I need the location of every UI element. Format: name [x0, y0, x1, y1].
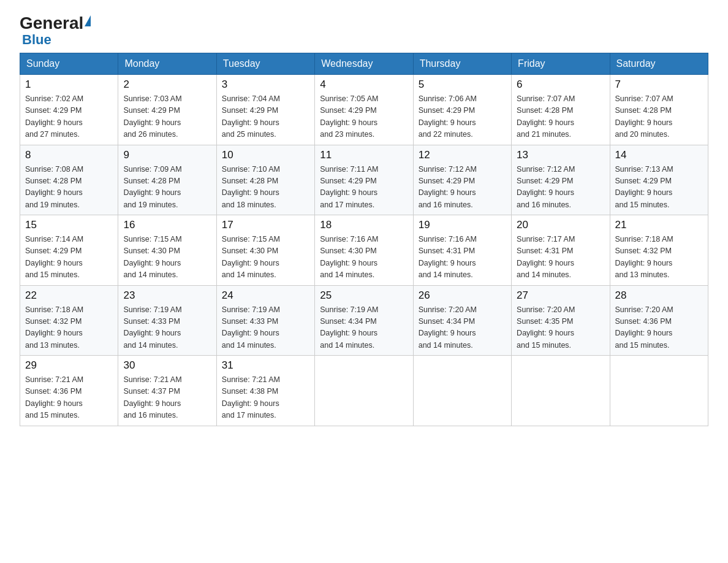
day-info: Sunrise: 7:10 AMSunset: 4:28 PMDaylight:… — [222, 164, 309, 212]
day-number: 11 — [320, 149, 408, 161]
day-info: Sunrise: 7:15 AMSunset: 4:30 PMDaylight:… — [123, 234, 211, 282]
day-info: Sunrise: 7:20 AMSunset: 4:34 PMDaylight:… — [419, 304, 506, 352]
calendar-day-cell: 14Sunrise: 7:13 AMSunset: 4:29 PMDayligh… — [610, 145, 708, 215]
day-number: 18 — [320, 219, 408, 231]
day-info: Sunrise: 7:20 AMSunset: 4:36 PMDaylight:… — [615, 304, 703, 352]
calendar-day-cell: 5Sunrise: 7:06 AMSunset: 4:29 PMDaylight… — [413, 75, 511, 145]
day-number: 7 — [615, 79, 703, 91]
day-info: Sunrise: 7:08 AMSunset: 4:28 PMDaylight:… — [25, 164, 113, 212]
day-info: Sunrise: 7:07 AMSunset: 4:28 PMDaylight:… — [517, 93, 604, 141]
day-info: Sunrise: 7:06 AMSunset: 4:29 PMDaylight:… — [419, 93, 506, 141]
day-number: 13 — [517, 149, 604, 161]
day-info: Sunrise: 7:19 AMSunset: 4:34 PMDaylight:… — [320, 304, 408, 352]
day-number: 26 — [419, 289, 506, 302]
day-number: 6 — [517, 79, 604, 91]
day-number: 29 — [25, 359, 113, 372]
day-number: 14 — [615, 149, 703, 161]
weekday-header-wednesday: Wednesday — [315, 53, 413, 75]
day-number: 1 — [25, 79, 113, 91]
day-number: 27 — [517, 289, 604, 302]
day-number: 20 — [517, 219, 604, 231]
calendar-day-cell: 25Sunrise: 7:19 AMSunset: 4:34 PMDayligh… — [315, 285, 413, 356]
day-info: Sunrise: 7:14 AMSunset: 4:29 PMDaylight:… — [25, 234, 113, 282]
logo-name: General — [20, 15, 91, 32]
calendar-day-cell: 29Sunrise: 7:21 AMSunset: 4:36 PMDayligh… — [20, 356, 118, 426]
day-number: 24 — [222, 289, 309, 302]
day-info: Sunrise: 7:20 AMSunset: 4:35 PMDaylight:… — [517, 304, 604, 352]
day-number: 5 — [419, 79, 506, 91]
calendar-week-row: 22Sunrise: 7:18 AMSunset: 4:32 PMDayligh… — [20, 285, 708, 356]
day-info: Sunrise: 7:04 AMSunset: 4:29 PMDaylight:… — [222, 93, 309, 141]
calendar-table: SundayMondayTuesdayWednesdayThursdayFrid… — [20, 53, 708, 426]
calendar-day-cell: 13Sunrise: 7:12 AMSunset: 4:29 PMDayligh… — [512, 145, 610, 215]
day-number: 19 — [419, 219, 506, 231]
calendar-day-cell: 9Sunrise: 7:09 AMSunset: 4:28 PMDaylight… — [118, 145, 216, 215]
day-number: 8 — [25, 149, 113, 161]
calendar-week-row: 15Sunrise: 7:14 AMSunset: 4:29 PMDayligh… — [20, 215, 708, 286]
calendar-day-cell: 27Sunrise: 7:20 AMSunset: 4:35 PMDayligh… — [512, 285, 610, 356]
day-number: 12 — [419, 149, 506, 161]
day-number: 30 — [123, 359, 211, 372]
day-info: Sunrise: 7:21 AMSunset: 4:36 PMDaylight:… — [25, 374, 113, 422]
calendar-day-cell: 12Sunrise: 7:12 AMSunset: 4:29 PMDayligh… — [413, 145, 511, 215]
day-info: Sunrise: 7:19 AMSunset: 4:33 PMDaylight:… — [222, 304, 309, 352]
calendar-day-cell: 22Sunrise: 7:18 AMSunset: 4:32 PMDayligh… — [20, 285, 118, 356]
day-info: Sunrise: 7:12 AMSunset: 4:29 PMDaylight:… — [517, 164, 604, 212]
calendar-day-cell: 7Sunrise: 7:07 AMSunset: 4:28 PMDaylight… — [610, 75, 708, 145]
calendar-day-cell: 23Sunrise: 7:19 AMSunset: 4:33 PMDayligh… — [118, 285, 216, 356]
day-info: Sunrise: 7:13 AMSunset: 4:29 PMDaylight:… — [615, 164, 703, 212]
weekday-header-thursday: Thursday — [413, 53, 511, 75]
day-number: 9 — [123, 149, 211, 161]
day-info: Sunrise: 7:21 AMSunset: 4:38 PMDaylight:… — [222, 374, 309, 422]
weekday-header-tuesday: Tuesday — [216, 53, 314, 75]
calendar-day-cell: 31Sunrise: 7:21 AMSunset: 4:38 PMDayligh… — [216, 356, 314, 426]
calendar-week-row: 8Sunrise: 7:08 AMSunset: 4:28 PMDaylight… — [20, 145, 708, 215]
calendar-header-row: SundayMondayTuesdayWednesdayThursdayFrid… — [20, 53, 708, 75]
day-number: 22 — [25, 289, 113, 302]
day-number: 4 — [320, 79, 408, 91]
logo: General Blue — [20, 15, 91, 47]
day-info: Sunrise: 7:18 AMSunset: 4:32 PMDaylight:… — [25, 304, 113, 352]
day-info: Sunrise: 7:16 AMSunset: 4:30 PMDaylight:… — [320, 234, 408, 282]
day-info: Sunrise: 7:11 AMSunset: 4:29 PMDaylight:… — [320, 164, 408, 212]
day-number: 25 — [320, 289, 408, 302]
day-number: 15 — [25, 219, 113, 231]
calendar-day-cell — [610, 356, 708, 426]
day-info: Sunrise: 7:12 AMSunset: 4:29 PMDaylight:… — [419, 164, 506, 212]
calendar-day-cell: 19Sunrise: 7:16 AMSunset: 4:31 PMDayligh… — [413, 215, 511, 286]
calendar-day-cell: 24Sunrise: 7:19 AMSunset: 4:33 PMDayligh… — [216, 285, 314, 356]
calendar-day-cell: 26Sunrise: 7:20 AMSunset: 4:34 PMDayligh… — [413, 285, 511, 356]
calendar-day-cell: 3Sunrise: 7:04 AMSunset: 4:29 PMDaylight… — [216, 75, 314, 145]
logo-arrow-icon — [85, 15, 91, 26]
calendar-day-cell: 6Sunrise: 7:07 AMSunset: 4:28 PMDaylight… — [512, 75, 610, 145]
weekday-header-monday: Monday — [118, 53, 216, 75]
day-info: Sunrise: 7:02 AMSunset: 4:29 PMDaylight:… — [25, 93, 113, 141]
calendar-day-cell: 21Sunrise: 7:18 AMSunset: 4:32 PMDayligh… — [610, 215, 708, 286]
day-number: 31 — [222, 359, 309, 372]
weekday-header-sunday: Sunday — [20, 53, 118, 75]
calendar-day-cell: 18Sunrise: 7:16 AMSunset: 4:30 PMDayligh… — [315, 215, 413, 286]
calendar-day-cell: 11Sunrise: 7:11 AMSunset: 4:29 PMDayligh… — [315, 145, 413, 215]
day-info: Sunrise: 7:21 AMSunset: 4:37 PMDaylight:… — [123, 374, 211, 422]
day-number: 10 — [222, 149, 309, 161]
calendar-day-cell: 2Sunrise: 7:03 AMSunset: 4:29 PMDaylight… — [118, 75, 216, 145]
day-info: Sunrise: 7:18 AMSunset: 4:32 PMDaylight:… — [615, 234, 703, 282]
calendar-day-cell: 15Sunrise: 7:14 AMSunset: 4:29 PMDayligh… — [20, 215, 118, 286]
calendar-day-cell — [315, 356, 413, 426]
calendar-day-cell: 1Sunrise: 7:02 AMSunset: 4:29 PMDaylight… — [20, 75, 118, 145]
calendar-day-cell: 30Sunrise: 7:21 AMSunset: 4:37 PMDayligh… — [118, 356, 216, 426]
day-info: Sunrise: 7:05 AMSunset: 4:29 PMDaylight:… — [320, 93, 408, 141]
calendar-day-cell: 10Sunrise: 7:10 AMSunset: 4:28 PMDayligh… — [216, 145, 314, 215]
calendar-day-cell: 20Sunrise: 7:17 AMSunset: 4:31 PMDayligh… — [512, 215, 610, 286]
calendar-day-cell: 16Sunrise: 7:15 AMSunset: 4:30 PMDayligh… — [118, 215, 216, 286]
day-info: Sunrise: 7:15 AMSunset: 4:30 PMDaylight:… — [222, 234, 309, 282]
calendar-day-cell: 4Sunrise: 7:05 AMSunset: 4:29 PMDaylight… — [315, 75, 413, 145]
weekday-header-friday: Friday — [512, 53, 610, 75]
day-number: 23 — [123, 289, 211, 302]
day-info: Sunrise: 7:03 AMSunset: 4:29 PMDaylight:… — [123, 93, 211, 141]
day-info: Sunrise: 7:19 AMSunset: 4:33 PMDaylight:… — [123, 304, 211, 352]
day-info: Sunrise: 7:16 AMSunset: 4:31 PMDaylight:… — [419, 234, 506, 282]
page-header: General Blue — [20, 15, 708, 47]
day-number: 17 — [222, 219, 309, 231]
day-info: Sunrise: 7:09 AMSunset: 4:28 PMDaylight:… — [123, 164, 211, 212]
